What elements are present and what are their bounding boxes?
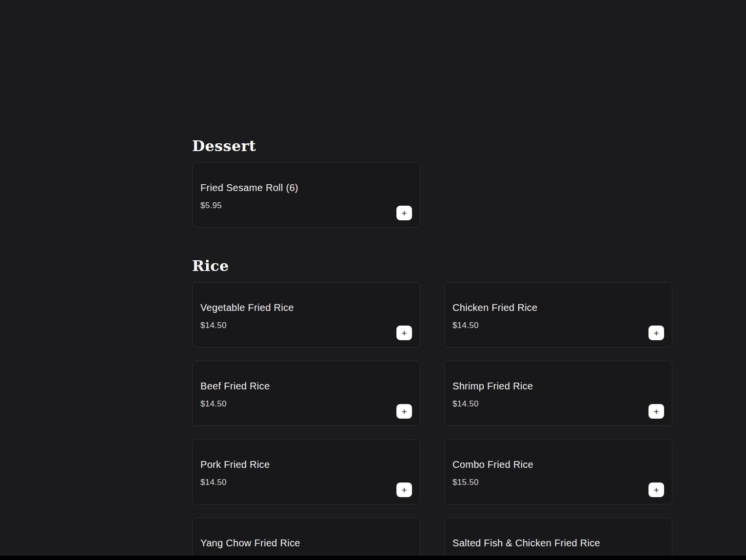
item-name: Yang Chow Fried Rice (200, 537, 412, 549)
plus-icon: + (653, 328, 659, 338)
plus-icon: + (653, 407, 659, 416)
menu-item-card: Shrimp Fried Rice $14.50 + (444, 361, 672, 426)
menu-sections: Dessert Fried Sesame Roll (6) $5.95 + Ri… (192, 138, 673, 560)
section-title: Dessert (192, 138, 673, 154)
item-price: $5.95 (200, 200, 412, 211)
item-name: Combo Fried Rice (452, 458, 664, 471)
item-name: Chicken Fried Rice (452, 301, 664, 314)
item-name: Vegetable Fried Rice (200, 301, 412, 314)
item-name: Shrimp Fried Rice (452, 380, 664, 392)
item-name: Beef Fried Rice (200, 380, 412, 392)
section-grid: Vegetable Fried Rice $14.50 + Chicken Fr… (192, 282, 673, 560)
menu-item-card: Chicken Fried Rice $14.50 + (444, 282, 672, 348)
plus-icon: + (653, 485, 659, 495)
plus-icon: + (401, 407, 407, 416)
item-name: Pork Fried Rice (200, 458, 412, 471)
menu-page: Dessert Fried Sesame Roll (6) $5.95 + Ri… (0, 0, 746, 560)
add-item-button[interactable]: + (396, 206, 412, 220)
item-price: $14.50 (452, 320, 664, 331)
bottom-edge-bar (0, 556, 746, 560)
add-item-button[interactable]: + (648, 483, 664, 497)
item-price: $15.50 (452, 477, 664, 488)
item-price: $14.50 (200, 477, 412, 488)
item-price: $14.50 (200, 320, 412, 331)
plus-icon: + (401, 328, 407, 338)
menu-section: Rice Vegetable Fried Rice $14.50 + Chick… (192, 258, 673, 560)
menu-item-card: Beef Fried Rice $14.50 + (192, 361, 420, 426)
menu-item-card: Salted Fish & Chicken Fried Rice $15.95 … (444, 518, 672, 560)
menu-item-card: Fried Sesame Roll (6) $5.95 + (192, 162, 420, 228)
item-name: Salted Fish & Chicken Fried Rice (452, 537, 664, 549)
add-item-button[interactable]: + (396, 326, 412, 340)
item-name: Fried Sesame Roll (6) (200, 181, 412, 194)
menu-item-card: Yang Chow Fried Rice $15.95 + (192, 518, 420, 560)
menu-item-card: Pork Fried Rice $14.50 + (192, 439, 420, 504)
plus-icon: + (401, 209, 407, 218)
section-title: Rice (192, 258, 673, 274)
menu-section: Dessert Fried Sesame Roll (6) $5.95 + (192, 138, 673, 228)
item-price: $14.50 (452, 399, 664, 409)
menu-item-card: Combo Fried Rice $15.50 + (444, 439, 672, 504)
add-item-button[interactable]: + (648, 326, 664, 340)
plus-icon: + (401, 485, 407, 495)
add-item-button[interactable]: + (648, 404, 664, 419)
item-price: $14.50 (200, 399, 412, 409)
menu-content: Dessert Fried Sesame Roll (6) $5.95 + Ri… (192, 0, 673, 560)
add-item-button[interactable]: + (396, 404, 412, 419)
section-grid: Fried Sesame Roll (6) $5.95 + (192, 162, 673, 228)
menu-item-card: Vegetable Fried Rice $14.50 + (192, 282, 420, 348)
add-item-button[interactable]: + (396, 483, 412, 497)
